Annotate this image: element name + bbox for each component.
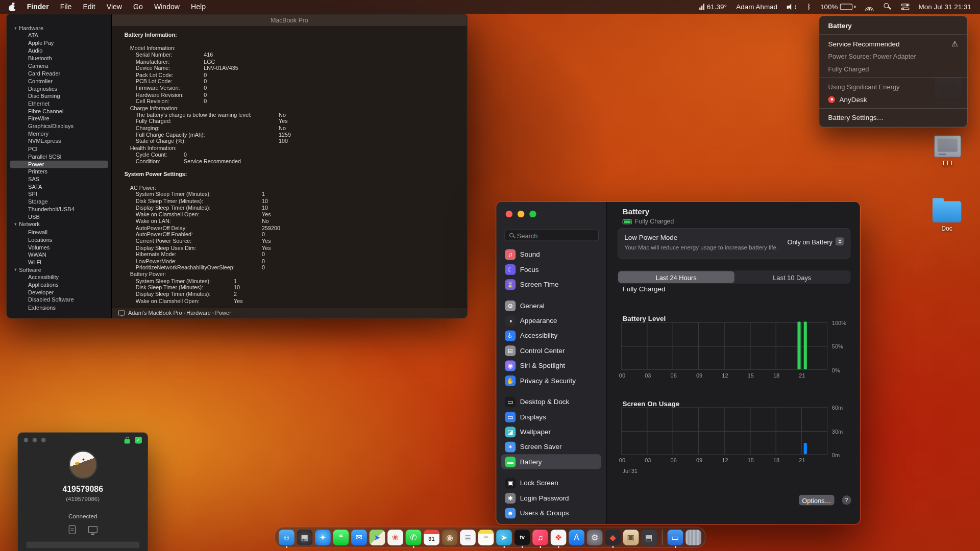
desktop-icon-efi[interactable]: EFI	[930, 130, 965, 167]
menu-go[interactable]: Go	[133, 3, 143, 11]
sysinfo-sidebar-item-parallel-scsi[interactable]: Parallel SCSI	[7, 153, 111, 161]
dock-telegram-icon[interactable]: ➤	[496, 530, 512, 545]
session-options-dropdown[interactable]	[26, 541, 140, 548]
settings-sidebar-item-desktop-dock[interactable]: ▭Desktop & Dock	[501, 394, 601, 409]
sysinfo-sidebar-item-firewire[interactable]: FireWire	[7, 115, 111, 122]
tab-last-10-days[interactable]: Last 10 Days	[734, 271, 850, 283]
energy-app-anydesk[interactable]: AnyDesk	[819, 93, 967, 105]
dock-trash-icon[interactable]	[685, 530, 701, 545]
sysinfo-sidebar-item-diagnostics[interactable]: Diagnostics	[7, 85, 111, 92]
settings-sidebar-item-battery[interactable]: ▬Battery	[501, 454, 601, 469]
sysinfo-sidebar-item-wwan[interactable]: WWAN	[7, 251, 111, 259]
settings-sidebar-item-siri-spotlight[interactable]: ◉Siri & Spotlight	[501, 358, 601, 373]
sysinfo-sidebar-item-memory[interactable]: Memory	[7, 130, 111, 138]
dock-finder-icon[interactable]: ☺	[279, 530, 295, 545]
settings-sidebar-item-wallpaper[interactable]: ◪Wallpaper	[501, 424, 601, 439]
dock-reminders-icon[interactable]: ≣	[460, 530, 476, 545]
zoom-button[interactable]	[41, 438, 46, 442]
sysinfo-sidebar-item-apple-pay[interactable]: Apple Pay	[7, 39, 111, 47]
desktop-icon-doc[interactable]: Doc	[929, 195, 965, 232]
close-button[interactable]	[506, 211, 512, 217]
sysinfo-sidebar-item-spi[interactable]: SPI	[7, 191, 111, 198]
low-power-mode-select[interactable]: Only on Battery	[787, 237, 844, 245]
sysinfo-sidebar-item-graphics-displays[interactable]: Graphics/Displays	[7, 122, 111, 130]
bluetooth-icon[interactable]: ᛒ	[807, 4, 811, 10]
sysinfo-sidebar-item-camera[interactable]: Camera	[7, 62, 111, 70]
menu-help[interactable]: Help	[191, 3, 206, 11]
temperature-widget[interactable]: 61.39°	[699, 3, 727, 11]
sysinfo-sidebar-item-accessibility[interactable]: Accessibility	[7, 273, 111, 281]
breadcrumb-item[interactable]: Hardware	[186, 310, 211, 316]
settings-sidebar-item-displays[interactable]: ▭Displays	[501, 409, 601, 424]
menu-edit[interactable]: Edit	[83, 3, 95, 11]
dock-launchpad-icon[interactable]: ▦	[297, 530, 313, 545]
breadcrumb-item[interactable]: Power	[215, 310, 231, 316]
sysinfo-window-title[interactable]: MacBook Pro	[112, 14, 467, 27]
sysinfo-sidebar-item-card-reader[interactable]: Card Reader	[7, 70, 111, 78]
options-button[interactable]: Options…	[799, 495, 835, 506]
sysinfo-sidebar-item-audio[interactable]: Audio	[7, 47, 111, 55]
dock-system-settings-icon[interactable]: ⚙	[587, 530, 603, 545]
sysinfo-sidebar-item-sas[interactable]: SAS	[7, 176, 111, 183]
close-button[interactable]	[24, 438, 29, 442]
settings-sidebar-item-focus[interactable]: ☾Focus	[501, 262, 601, 277]
remote-screen-icon[interactable]	[88, 526, 97, 533]
sysinfo-sidebar-item-firewall[interactable]: Firewall	[7, 229, 111, 236]
clock[interactable]: Mon Jul 31 21:31	[919, 3, 971, 11]
spotlight-search-icon[interactable]	[884, 3, 892, 11]
settings-sidebar-item-control-center[interactable]: ⊟Control Center	[501, 343, 601, 358]
zoom-button[interactable]	[529, 211, 536, 217]
sysinfo-sidebar-item-extensions[interactable]: Extensions	[7, 304, 111, 312]
volume-icon[interactable]	[787, 4, 797, 10]
settings-sidebar-item-screen-saver[interactable]: ✶Screen Saver	[501, 439, 601, 454]
settings-sidebar-item-appearance[interactable]: ◑Appearance	[501, 313, 601, 328]
disclosure-triangle-icon[interactable]: ▾	[14, 222, 16, 227]
sysinfo-sidebar-item-sata[interactable]: SATA	[7, 183, 111, 191]
sysinfo-sidebar-item-locations[interactable]: Locations	[7, 236, 111, 243]
sysinfo-sidebar-item-usb[interactable]: USB	[7, 213, 111, 221]
sysinfo-sidebar-item-disc-burning[interactable]: Disc Burning	[7, 92, 111, 100]
sysinfo-sidebar-item-ethernet[interactable]: Ethernet	[7, 100, 111, 108]
breadcrumb-item[interactable]: Adam's MacBook Pro	[128, 310, 182, 316]
settings-sidebar-item-screen-time[interactable]: ⌛Screen Time	[501, 277, 601, 291]
disclosure-triangle-icon[interactable]: ▾	[14, 267, 16, 272]
dock-tv-icon[interactable]: tv	[514, 530, 530, 545]
settings-sidebar-item-accessibility[interactable]: ♿Accessibility	[501, 328, 601, 343]
sysinfo-sidebar-item-power[interactable]: Power	[10, 160, 108, 168]
sysinfo-sidebar-item-printers[interactable]: Printers	[7, 168, 111, 176]
sysinfo-sidebar-item-developer[interactable]: Developer	[7, 289, 111, 296]
sysinfo-sidebar-item-software[interactable]: ▾Software	[7, 266, 111, 274]
settings-sidebar-item-general[interactable]: ⚙General	[501, 298, 601, 313]
dock-installer-box-app-icon[interactable]: ▣	[623, 530, 639, 545]
disclosure-triangle-icon[interactable]: ▾	[14, 26, 16, 31]
settings-sidebar-item-sound[interactable]: ♫Sound	[501, 247, 601, 262]
dock-calendar-icon[interactable]: 31	[424, 530, 439, 545]
dock-red-diamond-app-icon[interactable]: ◆	[605, 530, 621, 545]
dock-music-icon[interactable]: ♫	[532, 530, 548, 545]
sysinfo-sidebar-item-ata[interactable]: ATA	[7, 32, 111, 40]
battery-settings-item[interactable]: Battery Settings…	[819, 111, 967, 123]
file-transfer-icon[interactable]	[68, 525, 75, 534]
dock-mail-icon[interactable]: ✉	[351, 530, 367, 545]
sysinfo-sidebar-item-thunderbolt-usb4[interactable]: Thunderbolt/USB4	[7, 206, 111, 213]
search-input[interactable]: Search	[504, 229, 599, 241]
sysinfo-sidebar-item-applications[interactable]: Applications	[7, 281, 111, 289]
dock-screen-sharing-icon[interactable]: ▭	[668, 530, 683, 545]
dock-app-store-icon[interactable]: A	[569, 530, 584, 545]
menu-file[interactable]: File	[60, 3, 72, 11]
dock-anydesk-icon[interactable]: ❖	[551, 530, 567, 545]
minimize-button[interactable]	[33, 438, 37, 442]
sysinfo-sidebar-item-nvmexpress[interactable]: NVMExpress	[7, 138, 111, 145]
sysinfo-sidebar-item-wi-fi[interactable]: Wi-Fi	[7, 259, 111, 266]
help-button[interactable]: ?	[842, 495, 851, 505]
settings-sidebar-item-lock-screen[interactable]: ▣Lock Screen	[501, 475, 601, 490]
dock-photos-icon[interactable]: ❀	[387, 530, 403, 545]
apple-menu-icon[interactable]	[9, 3, 15, 11]
sysinfo-sidebar-item-fibre-channel[interactable]: Fibre Channel	[7, 108, 111, 115]
settings-sidebar-item-login-password[interactable]: ✱Login Password	[501, 490, 601, 505]
menu-view[interactable]: View	[107, 3, 122, 11]
sysinfo-sidebar-item-controller[interactable]: Controller	[7, 77, 111, 85]
battery-status[interactable]: 100% ⚡	[820, 3, 855, 11]
minimize-button[interactable]	[518, 211, 524, 217]
dock-safari-icon[interactable]: ✦	[315, 530, 331, 545]
